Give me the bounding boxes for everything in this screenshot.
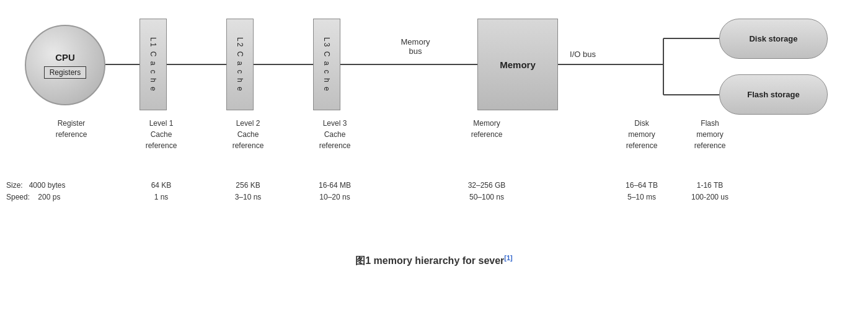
memory-ref-label: Memoryreference — [446, 118, 527, 140]
flash-storage: Flash storage — [719, 74, 828, 115]
l2-ref-label: Level 2Cachereference — [205, 118, 291, 151]
flash-stats: 1-16 TB100-200 us — [676, 180, 744, 203]
memory-label: Memory — [500, 59, 536, 70]
disk-stats: 16–64 TB5–10 ms — [608, 180, 676, 203]
l3-cache: L3 C a c h e — [313, 19, 340, 110]
memory-bus-label: Memorybus — [391, 37, 440, 56]
l2-stats: 256 KB3–10 ns — [205, 180, 291, 203]
l3-ref-label: Level 3Cachereference — [291, 118, 378, 151]
registers-box: Registers — [44, 66, 87, 79]
caption-ref: [1] — [504, 254, 512, 262]
cpu-component: CPU Registers — [25, 25, 105, 105]
l2-cache: L2 C a c h e — [226, 19, 254, 110]
flash-ref-label: Flashmemoryreference — [676, 118, 744, 151]
l1-cache: L1 C a c h e — [140, 19, 167, 110]
register-ref-label: Registerreference — [6, 118, 118, 140]
cpu-label: CPU — [55, 52, 75, 63]
memory-component: Memory — [477, 19, 558, 110]
diagram-area: CPU Registers L1 C a c h e L2 C a c h e … — [6, 12, 862, 248]
disk-storage: Disk storage — [719, 19, 828, 59]
l1-ref-label: Level 1Cachereference — [118, 118, 205, 151]
figure-caption: 图1 memory hierarchy for sever[1] — [355, 254, 513, 268]
io-bus-label: I/O bus — [564, 50, 601, 59]
l3-stats: 16-64 MB10–20 ns — [291, 180, 378, 203]
l1-stats: 64 KB1 ns — [118, 180, 205, 203]
disk-ref-label: Diskmemoryreference — [608, 118, 676, 151]
disk-storage-label: Disk storage — [749, 34, 797, 43]
register-stats: Size: 4000 bytesSpeed: 200 ps — [6, 180, 118, 203]
caption-text: 图1 memory hierarchy for sever — [355, 255, 504, 266]
flash-storage-label: Flash storage — [747, 90, 800, 99]
memory-stats: 32–256 GB50–100 ns — [446, 180, 527, 203]
